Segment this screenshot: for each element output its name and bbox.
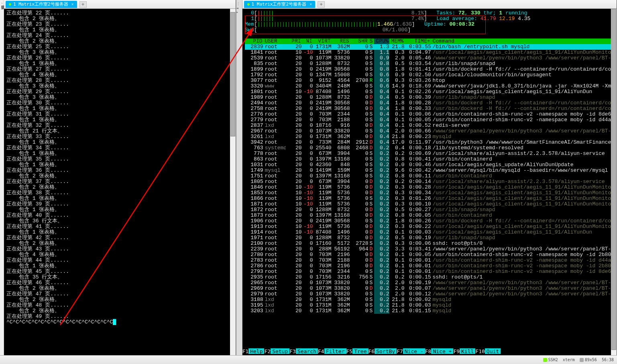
right-scrollbar[interactable] [611, 9, 617, 364]
status-size: 89x56 [585, 358, 597, 362]
grid-icon [580, 358, 584, 362]
status-ssh: SSH2 [548, 358, 558, 362]
connection-icon [543, 358, 547, 362]
left-sidebar-strip: 防关按钮。 [0, 0, 4, 364]
right-tab[interactable]: 1 Matrix工作室2号服务器 × [244, 1, 316, 8]
right-terminal-htop[interactable]: 0[|||||| 8.1%] Tasks: 72, 330 thr; 1 run… [242, 9, 617, 364]
tab-label: 1 Matrix工作室2号服务器 [13, 1, 68, 7]
scrollbar-thumb[interactable] [611, 9, 616, 350]
htop-function-keys[interactable]: F1HelpF2SetupF3SearchF4FilterF5TreeF6Sor… [242, 348, 617, 354]
pane-splitter[interactable]: ⋮ ◄ ▸ [236, 0, 242, 364]
left-terminal[interactable]: 正在处理第 22 页...... 包含 2 张表格。正在处理第 23 页....… [4, 9, 236, 364]
right-tabbar: 1 Matrix工作室2号服务器 × + [242, 0, 617, 9]
new-tab-button[interactable]: + [79, 1, 87, 8]
status-enc: 56:38 [602, 358, 614, 362]
left-pane: 1 Matrix工作室2号服务器 × + 正在处理第 22 页...... 包含… [4, 0, 236, 364]
status-dot-icon [9, 3, 11, 6]
left-scrollbar[interactable] [230, 9, 236, 364]
left-tab[interactable]: 1 Matrix工作室2号服务器 × [6, 1, 77, 8]
status-term: xterm [563, 358, 575, 362]
new-tab-button[interactable]: + [318, 1, 325, 8]
status-dot-icon [247, 3, 250, 6]
tab-label: 1 Matrix工作室2号服务器 [252, 1, 307, 7]
main-area: 1 Matrix工作室2号服务器 × + 正在处理第 22 页...... 包含… [4, 0, 617, 364]
scrollbar-thumb[interactable] [230, 12, 235, 136]
left-tabbar: 1 Matrix工作室2号服务器 × + [4, 0, 236, 9]
close-icon[interactable]: × [71, 2, 74, 6]
status-bar: SSH2 xterm 89x56 56:38 [0, 355, 617, 364]
right-pane: 1 Matrix工作室2号服务器 × + 0[|||||| 8.1%] Task… [242, 0, 617, 364]
close-icon[interactable]: × [310, 2, 312, 6]
